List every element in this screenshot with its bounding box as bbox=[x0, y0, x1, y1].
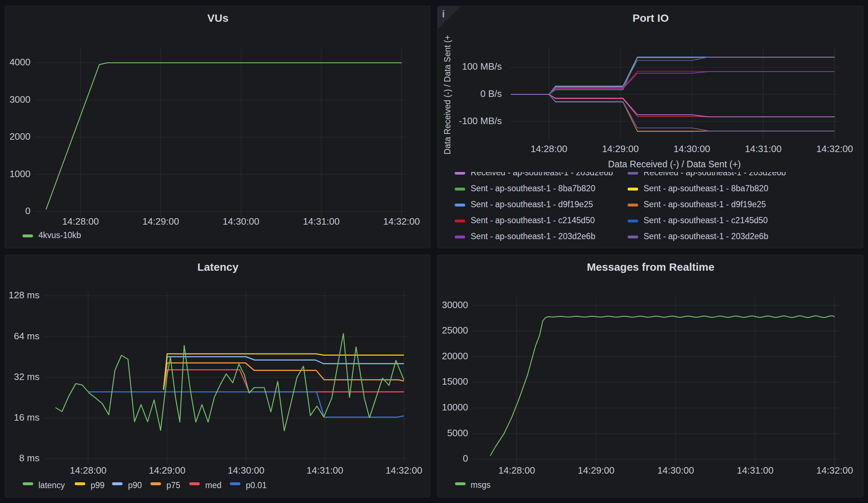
svg-text:2000: 2000 bbox=[9, 131, 30, 142]
svg-text:med: med bbox=[205, 480, 222, 490]
svg-text:3000: 3000 bbox=[9, 94, 30, 105]
svg-text:i: i bbox=[442, 8, 445, 20]
svg-text:100 MB/s: 100 MB/s bbox=[462, 61, 502, 72]
svg-text:Port IO: Port IO bbox=[632, 12, 669, 24]
svg-text:25000: 25000 bbox=[442, 325, 468, 336]
svg-text:14:31:00: 14:31:00 bbox=[307, 465, 343, 476]
svg-text:4kvus-10kb: 4kvus-10kb bbox=[38, 230, 81, 240]
svg-text:14:30:00: 14:30:00 bbox=[673, 143, 710, 154]
svg-text:5000: 5000 bbox=[447, 428, 468, 438]
svg-text:Sent - ap-southeast-1 - d9f19e: Sent - ap-southeast-1 - d9f19e25 bbox=[644, 200, 766, 209]
svg-text:p99: p99 bbox=[91, 480, 104, 490]
svg-text:14:32:00: 14:32:00 bbox=[816, 143, 853, 154]
svg-text:14:32:00: 14:32:00 bbox=[383, 216, 420, 227]
svg-text:Sent - ap-southeast-1 - c2145d: Sent - ap-southeast-1 - c2145d50 bbox=[471, 216, 595, 225]
svg-text:p90: p90 bbox=[128, 480, 142, 490]
svg-text:14:30:00: 14:30:00 bbox=[657, 465, 694, 476]
svg-text:-100 MB/s: -100 MB/s bbox=[459, 115, 502, 126]
svg-text:10000: 10000 bbox=[442, 402, 468, 413]
svg-text:1000: 1000 bbox=[9, 168, 30, 179]
svg-text:Sent - ap-southeast-1 - 203d2e: Sent - ap-southeast-1 - 203d2e6b bbox=[644, 232, 768, 241]
svg-text:latency: latency bbox=[38, 480, 65, 490]
svg-text:p75: p75 bbox=[166, 480, 180, 490]
svg-text:0 B/s: 0 B/s bbox=[480, 88, 502, 99]
svg-text:8 ms: 8 ms bbox=[19, 453, 40, 463]
svg-text:14:32:00: 14:32:00 bbox=[385, 465, 422, 476]
svg-text:64 ms: 64 ms bbox=[14, 331, 40, 342]
svg-text:Data Received (-) / Data Sent: Data Received (-) / Data Sent (+) bbox=[443, 32, 452, 155]
svg-text:Sent - ap-southeast-1 - 8ba7b8: Sent - ap-southeast-1 - 8ba7b820 bbox=[471, 184, 595, 193]
svg-text:14:29:00: 14:29:00 bbox=[149, 465, 185, 476]
svg-text:14:28:00: 14:28:00 bbox=[62, 216, 99, 227]
svg-text:30000: 30000 bbox=[442, 299, 468, 310]
svg-text:14:30:00: 14:30:00 bbox=[223, 216, 259, 227]
svg-text:Sent - ap-southeast-1 - 203d2e: Sent - ap-southeast-1 - 203d2e6b bbox=[471, 232, 595, 241]
svg-text:14:29:00: 14:29:00 bbox=[578, 465, 615, 476]
svg-text:14:28:00: 14:28:00 bbox=[498, 465, 535, 476]
svg-text:20000: 20000 bbox=[442, 351, 468, 361]
svg-text:Sent - ap-southeast-1 - 8ba7b8: Sent - ap-southeast-1 - 8ba7b820 bbox=[644, 184, 768, 193]
svg-text:VUs: VUs bbox=[207, 12, 228, 24]
svg-text:Latency: Latency bbox=[197, 261, 239, 273]
svg-text:14:31:00: 14:31:00 bbox=[737, 465, 773, 476]
svg-text:14:29:00: 14:29:00 bbox=[142, 216, 179, 227]
svg-text:32 ms: 32 ms bbox=[14, 371, 40, 382]
svg-text:Messages from Realtime: Messages from Realtime bbox=[587, 261, 715, 273]
svg-text:0: 0 bbox=[463, 453, 468, 464]
svg-text:14:32:00: 14:32:00 bbox=[816, 465, 853, 476]
svg-text:14:29:00: 14:29:00 bbox=[602, 143, 638, 154]
svg-text:14:31:00: 14:31:00 bbox=[303, 216, 339, 227]
svg-text:128 ms: 128 ms bbox=[9, 290, 40, 300]
svg-text:msgs: msgs bbox=[471, 480, 491, 490]
svg-text:14:28:00: 14:28:00 bbox=[530, 143, 567, 154]
svg-text:Sent - ap-southeast-1 - c2145d: Sent - ap-southeast-1 - c2145d50 bbox=[644, 216, 768, 225]
svg-text:p0.01: p0.01 bbox=[246, 480, 267, 490]
svg-text:16 ms: 16 ms bbox=[14, 412, 40, 423]
svg-text:4000: 4000 bbox=[9, 57, 30, 68]
svg-text:14:28:00: 14:28:00 bbox=[70, 465, 106, 476]
svg-text:Data Received (-) / Data Sent: Data Received (-) / Data Sent (+) bbox=[608, 159, 741, 169]
svg-text:0: 0 bbox=[25, 205, 30, 216]
svg-text:14:31:00: 14:31:00 bbox=[745, 143, 781, 154]
svg-text:15000: 15000 bbox=[442, 376, 468, 387]
svg-text:14:30:00: 14:30:00 bbox=[228, 465, 264, 476]
svg-text:Sent - ap-southeast-1 - d9f19e: Sent - ap-southeast-1 - d9f19e25 bbox=[471, 200, 593, 209]
svg-text:Received - ap-southeast-1 - 20: Received - ap-southeast-1 - 203d2e6b bbox=[471, 168, 613, 177]
